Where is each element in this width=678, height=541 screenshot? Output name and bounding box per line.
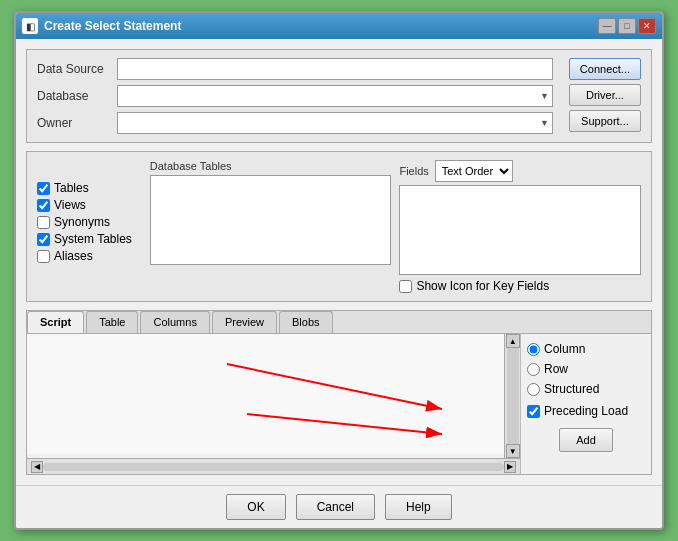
- text-order-dropdown[interactable]: Text Order: [435, 160, 513, 182]
- owner-dropdown-wrap: [117, 112, 553, 134]
- row-radio[interactable]: [527, 363, 540, 376]
- preceding-load-row: Preceding Load: [527, 404, 645, 418]
- views-checkbox[interactable]: [37, 199, 50, 212]
- synonyms-check-label: Synonyms: [54, 215, 110, 229]
- column-radio-label: Column: [544, 342, 585, 356]
- fields-panel: Fields Text Order Show Icon for Key Fiel…: [399, 160, 641, 293]
- db-tables-panel: Database Tables: [150, 160, 392, 265]
- filter-checkboxes: Tables Views Synonyms System Tables: [37, 160, 132, 263]
- minimize-button[interactable]: —: [598, 18, 616, 34]
- system-tables-check-label: System Tables: [54, 232, 132, 246]
- script-editor-area: ▲ ▼ ◀ ▶: [27, 334, 521, 474]
- aliases-check-label: Aliases: [54, 249, 93, 263]
- system-tables-check-row: System Tables: [37, 232, 132, 246]
- owner-row: Owner: [37, 112, 559, 134]
- scroll-track: [507, 348, 519, 444]
- maximize-button[interactable]: □: [618, 18, 636, 34]
- form-fields: Data Source Database Owner: [37, 58, 559, 134]
- add-button[interactable]: Add: [559, 428, 613, 452]
- views-check-row: Views: [37, 198, 132, 212]
- db-tables-label: Database Tables: [150, 160, 392, 172]
- tables-check-row: Tables: [37, 181, 132, 195]
- tabs-header: Script Table Columns Preview Blobs: [27, 311, 651, 334]
- script-section: Script Table Columns Preview Blobs ▲: [26, 310, 652, 475]
- tab-content: ▲ ▼ ◀ ▶: [27, 334, 651, 474]
- tab-columns[interactable]: Columns: [140, 311, 209, 333]
- database-dropdown-wrap: [117, 85, 553, 107]
- data-source-row: Data Source: [37, 58, 559, 80]
- connection-buttons: Connect... Driver... Support...: [569, 58, 641, 134]
- views-check-label: Views: [54, 198, 86, 212]
- row-radio-label: Row: [544, 362, 568, 376]
- owner-label: Owner: [37, 116, 117, 130]
- script-textarea[interactable]: [27, 334, 504, 454]
- fields-label: Fields: [399, 165, 428, 177]
- help-button[interactable]: Help: [385, 494, 452, 520]
- scroll-right-button[interactable]: ▶: [504, 461, 516, 473]
- fields-listbox[interactable]: [399, 185, 641, 275]
- title-bar: ◧ Create Select Statement — □ ✕: [16, 13, 662, 39]
- show-icon-checkbox[interactable]: [399, 280, 412, 293]
- fields-top: Fields Text Order: [399, 160, 641, 182]
- show-icon-label: Show Icon for Key Fields: [416, 279, 549, 293]
- tables-check-label: Tables: [54, 181, 89, 195]
- aliases-check-row: Aliases: [37, 249, 132, 263]
- dialog-content: Data Source Database Owner: [16, 39, 662, 485]
- structured-radio[interactable]: [527, 383, 540, 396]
- column-radio-row: Column: [527, 342, 645, 356]
- tab-script[interactable]: Script: [27, 311, 84, 333]
- title-bar-left: ◧ Create Select Statement: [22, 18, 181, 34]
- database-label: Database: [37, 89, 117, 103]
- db-tables-listbox[interactable]: [150, 175, 392, 265]
- tables-checkbox[interactable]: [37, 182, 50, 195]
- tables-section: Tables Views Synonyms System Tables: [26, 151, 652, 302]
- column-radio[interactable]: [527, 343, 540, 356]
- connection-section: Data Source Database Owner: [26, 49, 652, 143]
- database-dropdown[interactable]: [117, 85, 553, 107]
- tab-content-wrapper: ▲ ▼ ◀ ▶: [27, 334, 651, 474]
- structured-radio-label: Structured: [544, 382, 599, 396]
- show-icon-row: Show Icon for Key Fields: [399, 279, 641, 293]
- script-editor-inner: ▲ ▼: [27, 334, 520, 458]
- tab-table[interactable]: Table: [86, 311, 138, 333]
- tab-preview[interactable]: Preview: [212, 311, 277, 333]
- database-row: Database: [37, 85, 559, 107]
- system-tables-checkbox[interactable]: [37, 233, 50, 246]
- structured-radio-row: Structured: [527, 382, 645, 396]
- scroll-left-button[interactable]: ◀: [31, 461, 43, 473]
- synonyms-checkbox[interactable]: [37, 216, 50, 229]
- data-source-input[interactable]: [117, 58, 553, 80]
- support-button[interactable]: Support...: [569, 110, 641, 132]
- mid-layout: Tables Views Synonyms System Tables: [37, 160, 641, 293]
- aliases-checkbox[interactable]: [37, 250, 50, 263]
- owner-dropdown[interactable]: [117, 112, 553, 134]
- tab-blobs[interactable]: Blobs: [279, 311, 333, 333]
- close-button[interactable]: ✕: [638, 18, 656, 34]
- data-source-input-wrap: [117, 58, 553, 80]
- title-buttons: — □ ✕: [598, 18, 656, 34]
- preceding-load-checkbox[interactable]: [527, 405, 540, 418]
- cancel-button[interactable]: Cancel: [296, 494, 375, 520]
- data-source-label: Data Source: [37, 62, 117, 76]
- synonyms-check-row: Synonyms: [37, 215, 132, 229]
- ok-button[interactable]: OK: [226, 494, 285, 520]
- scroll-down-button[interactable]: ▼: [506, 444, 520, 458]
- connect-button[interactable]: Connect...: [569, 58, 641, 80]
- h-scroll-track: [43, 463, 504, 471]
- window-title: Create Select Statement: [44, 19, 181, 33]
- window-icon: ◧: [22, 18, 38, 34]
- main-window: ◧ Create Select Statement — □ ✕ Data Sou…: [14, 11, 664, 530]
- row-radio-row: Row: [527, 362, 645, 376]
- footer: OK Cancel Help: [16, 485, 662, 528]
- preceding-load-label: Preceding Load: [544, 404, 628, 418]
- horizontal-scrollbar[interactable]: ◀ ▶: [27, 458, 520, 474]
- driver-button[interactable]: Driver...: [569, 84, 641, 106]
- vertical-scrollbar[interactable]: ▲ ▼: [504, 334, 520, 458]
- scroll-up-button[interactable]: ▲: [506, 334, 520, 348]
- right-panel: Column Row Structured Preceding Loa: [521, 334, 651, 474]
